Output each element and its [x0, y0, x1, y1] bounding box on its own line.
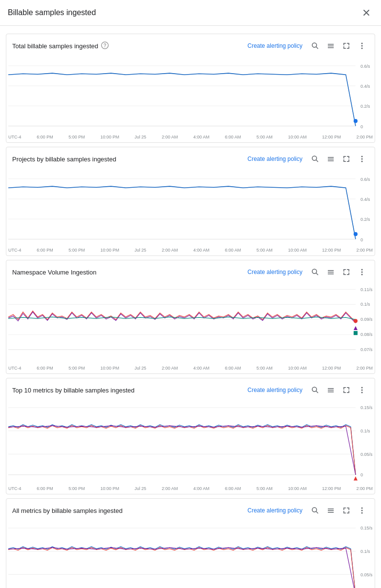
create-alert-link-4[interactable]: Create alerting policy	[247, 387, 302, 393]
charts-container: Total billable samples ingested ? Create…	[0, 26, 381, 588]
search-icon	[311, 42, 319, 50]
svg-point-14	[354, 119, 358, 123]
expand-button-4[interactable]	[340, 383, 353, 397]
search-button-5[interactable]	[308, 504, 322, 517]
svg-rect-6	[328, 47, 334, 48]
chart-area-1: 0.6/s 0.4/s 0.2/s 0	[8, 56, 373, 134]
page-header: Billable samples ingested	[0, 0, 381, 26]
svg-line-75	[316, 511, 318, 513]
x-axis-4: UTC-4 6:00 PM 5:00 PM 10:00 PM Jul 25 2:…	[6, 485, 375, 494]
svg-text:0.1/s: 0.1/s	[361, 549, 370, 554]
chart-area-5: 0.15/s 0.1/s 0.05/s 0	[8, 520, 373, 588]
svg-point-25	[361, 158, 363, 160]
svg-text:0.6/s: 0.6/s	[361, 64, 370, 69]
svg-text:0: 0	[361, 472, 363, 477]
chart-title-4: Top 10 metrics by billable samples inges…	[12, 387, 135, 394]
expand-button[interactable]	[340, 39, 353, 53]
svg-rect-61	[328, 392, 334, 392]
search-button-2[interactable]	[308, 152, 322, 166]
create-alert-link[interactable]: Create alerting policy	[247, 42, 302, 49]
legend-button-5[interactable]	[324, 504, 338, 517]
svg-text:0.05/s: 0.05/s	[361, 451, 373, 456]
svg-point-24	[361, 156, 363, 157]
legend-button-4[interactable]	[324, 383, 338, 397]
svg-text:0.4/s: 0.4/s	[361, 84, 370, 89]
more-button[interactable]	[355, 39, 369, 53]
svg-point-74	[312, 508, 317, 512]
svg-text:0.1/s: 0.1/s	[361, 429, 370, 433]
svg-rect-60	[328, 390, 334, 391]
legend-button-3[interactable]	[324, 265, 338, 279]
x-axis-2: UTC-4 6:00 PM 5:00 PM 10:00 PM Jul 25 2:…	[6, 247, 375, 255]
svg-point-2	[312, 43, 317, 47]
svg-text:?: ?	[103, 43, 106, 48]
legend-icon	[327, 42, 335, 50]
expand-button-5[interactable]	[340, 504, 353, 517]
chart-panel-total-billable: Total billable samples ingested ? Create…	[6, 34, 375, 143]
svg-text:0.2/s: 0.2/s	[361, 217, 370, 222]
chart-title: Total billable samples ingested	[12, 42, 98, 50]
info-icon[interactable]: ?	[101, 41, 109, 51]
svg-rect-77	[328, 510, 334, 511]
expand-button-3[interactable]	[340, 265, 353, 279]
search-button[interactable]	[308, 39, 322, 53]
chart-header-3: Namespace Volume Ingestion Create alerti…	[6, 260, 375, 282]
chart-svg-5: 0.15/s 0.1/s 0.05/s 0	[8, 520, 373, 588]
svg-point-36	[312, 269, 317, 274]
chart-actions-4: Create alerting policy	[247, 383, 369, 397]
chart-header: Total billable samples ingested ? Create…	[6, 34, 375, 56]
svg-text:0.09/s: 0.09/s	[361, 317, 373, 322]
svg-point-79	[361, 508, 363, 509]
more-button-5[interactable]	[355, 504, 369, 517]
svg-text:0.15/s: 0.15/s	[361, 405, 373, 410]
create-alert-link-5[interactable]: Create alerting policy	[247, 507, 302, 514]
svg-text:0.4/s: 0.4/s	[361, 197, 370, 202]
chart-svg-4: 0.15/s 0.1/s 0.05/s 0	[8, 400, 373, 485]
more-button-4[interactable]	[355, 383, 369, 397]
svg-line-37	[316, 273, 318, 275]
svg-rect-22	[328, 159, 334, 160]
chart-panel-all-metrics: All metrics by billable samples ingested…	[6, 498, 375, 588]
close-button[interactable]	[360, 6, 373, 20]
svg-marker-69	[354, 476, 358, 480]
svg-point-19	[312, 156, 317, 160]
svg-point-8	[361, 45, 363, 47]
chart-area-4: 0.15/s 0.1/s 0.05/s 0	[8, 400, 373, 485]
svg-rect-39	[328, 272, 334, 273]
x-axis-3: UTC-4 6:00 PM 5:00 PM 10:00 PM Jul 25 2:…	[6, 365, 375, 373]
svg-text:0.15/s: 0.15/s	[361, 526, 373, 530]
more-button-3[interactable]	[355, 265, 369, 279]
svg-rect-38	[328, 270, 334, 271]
svg-text:0: 0	[361, 237, 363, 242]
chart-title-area-2: Projects by billable samples ingested	[12, 156, 116, 163]
svg-rect-76	[328, 509, 334, 510]
chart-title-area-3: Namespace Volume Ingestion	[12, 269, 97, 276]
chart-title-area: Total billable samples ingested ?	[12, 41, 109, 51]
svg-rect-78	[328, 512, 334, 513]
expand-button-2[interactable]	[340, 152, 353, 166]
svg-rect-5	[328, 46, 334, 47]
chart-actions-2: Create alerting policy	[247, 152, 369, 166]
search-button-4[interactable]	[308, 383, 322, 397]
chart-actions-5: Create alerting policy	[247, 504, 369, 517]
svg-text:0.07/s: 0.07/s	[361, 347, 373, 352]
svg-point-43	[361, 274, 363, 275]
svg-point-81	[361, 512, 363, 514]
svg-text:0.6/s: 0.6/s	[361, 177, 370, 182]
more-button-2[interactable]	[355, 152, 369, 166]
chart-panel-top10: Top 10 metrics by billable samples inges…	[6, 378, 375, 494]
svg-point-9	[361, 48, 363, 49]
legend-button[interactable]	[324, 39, 338, 53]
search-button-3[interactable]	[308, 265, 322, 279]
create-alert-link-3[interactable]: Create alerting policy	[247, 269, 302, 275]
chart-title-area-4: Top 10 metrics by billable samples inges…	[12, 387, 135, 394]
chart-svg-1: 0.6/s 0.4/s 0.2/s 0	[8, 56, 373, 134]
chart-svg-3: 0.11/s 0.1/s 0.09/s 0.08/s 0.07/s	[8, 282, 373, 365]
legend-button-2[interactable]	[324, 152, 338, 166]
svg-point-64	[361, 392, 363, 393]
chart-area-3: 0.11/s 0.1/s 0.09/s 0.08/s 0.07/s	[8, 282, 373, 365]
chart-header-4: Top 10 metrics by billable samples inges…	[6, 378, 375, 400]
svg-rect-40	[328, 274, 334, 274]
svg-marker-50	[354, 326, 358, 330]
create-alert-link-2[interactable]: Create alerting policy	[247, 156, 302, 162]
